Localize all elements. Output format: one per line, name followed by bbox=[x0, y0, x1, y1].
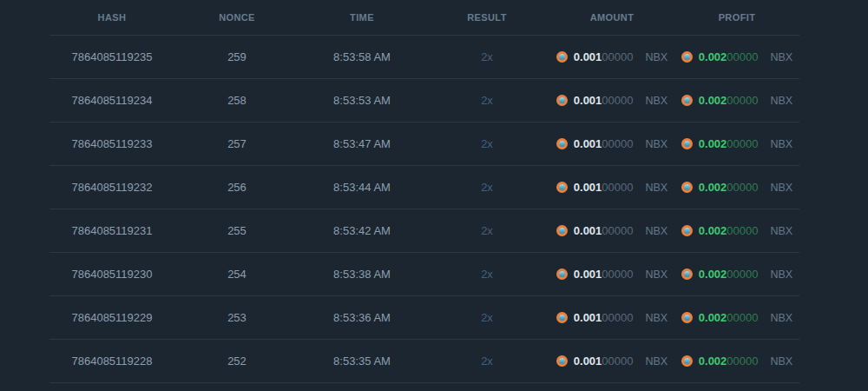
table-row: 7864085119230 254 8:53:38 AM 2x 0.001000… bbox=[49, 253, 799, 296]
amount-currency-label: NBX bbox=[646, 95, 668, 107]
hash-cell: 7864085119232 bbox=[49, 181, 174, 194]
profit-currency-label: NBX bbox=[771, 138, 793, 150]
nbx-coin-icon bbox=[681, 95, 693, 106]
amount-cell: 0.00100000 NBX bbox=[549, 94, 674, 107]
nonce-cell: 253 bbox=[174, 311, 299, 324]
result-cell: 2x bbox=[424, 94, 549, 107]
nbx-coin-icon bbox=[681, 51, 693, 63]
amount-value: 0.00100000 bbox=[574, 137, 634, 150]
amount-currency-label: NBX bbox=[646, 312, 668, 324]
profit-currency-label: NBX bbox=[771, 182, 793, 194]
nonce-cell: 252 bbox=[174, 355, 299, 368]
column-header-profit: PROFIT bbox=[674, 12, 799, 23]
profit-value: 0.00200000 bbox=[699, 311, 759, 324]
time-cell: 8:53:44 AM bbox=[299, 181, 424, 194]
nonce-cell: 259 bbox=[174, 50, 299, 63]
result-cell: 2x bbox=[424, 137, 549, 150]
nonce-cell: 256 bbox=[174, 181, 299, 194]
nonce-cell: 257 bbox=[174, 137, 299, 150]
result-cell: 2x bbox=[424, 181, 549, 194]
amount-currency-label: NBX bbox=[646, 182, 668, 194]
profit-currency-label: NBX bbox=[771, 268, 793, 281]
table-row: 7864085119229 253 8:53:36 AM 2x 0.001000… bbox=[49, 296, 799, 340]
profit-cell: 0.00200000 NBX bbox=[674, 311, 799, 324]
nbx-coin-icon bbox=[556, 268, 568, 280]
profit-value: 0.00200000 bbox=[699, 137, 759, 150]
amount-currency-label: NBX bbox=[646, 355, 668, 368]
nbx-coin-icon bbox=[556, 355, 568, 367]
profit-cell: 0.00200000 NBX bbox=[674, 137, 799, 150]
hash-cell: 7864085119230 bbox=[49, 268, 174, 281]
table-body: 7864085119235 259 8:53:58 AM 2x 0.001000… bbox=[49, 36, 799, 383]
amount-currency-label: NBX bbox=[646, 138, 668, 150]
hash-cell: 7864085119231 bbox=[49, 224, 174, 237]
profit-cell: 0.00200000 NBX bbox=[674, 355, 799, 368]
amount-cell: 0.00100000 NBX bbox=[549, 137, 674, 150]
profit-value: 0.00200000 bbox=[699, 50, 759, 63]
nonce-cell: 258 bbox=[174, 94, 299, 107]
profit-cell: 0.00200000 NBX bbox=[674, 224, 799, 237]
profit-value: 0.00200000 bbox=[699, 355, 759, 368]
amount-currency-label: NBX bbox=[646, 268, 668, 281]
nbx-coin-icon bbox=[681, 268, 693, 280]
profit-currency-label: NBX bbox=[771, 225, 793, 237]
nbx-coin-icon bbox=[681, 182, 693, 193]
amount-value: 0.00100000 bbox=[574, 224, 634, 237]
profit-value: 0.00200000 bbox=[699, 224, 759, 237]
column-header-hash: HASH bbox=[49, 12, 174, 23]
amount-value: 0.00100000 bbox=[574, 94, 634, 107]
profit-cell: 0.00200000 NBX bbox=[674, 94, 799, 107]
table-row: 7864085119235 259 8:53:58 AM 2x 0.001000… bbox=[49, 36, 799, 79]
nbx-coin-icon bbox=[556, 51, 568, 63]
column-header-time: TIME bbox=[299, 12, 424, 23]
nonce-cell: 255 bbox=[174, 224, 299, 237]
amount-cell: 0.00100000 NBX bbox=[549, 181, 674, 194]
nbx-coin-icon bbox=[556, 312, 568, 323]
profit-value: 0.00200000 bbox=[699, 268, 759, 281]
column-header-amount: AMOUNT bbox=[549, 12, 674, 23]
amount-value: 0.00100000 bbox=[574, 268, 634, 281]
time-cell: 8:53:58 AM bbox=[299, 50, 424, 63]
hash-cell: 7864085119234 bbox=[49, 94, 174, 107]
profit-currency-label: NBX bbox=[771, 95, 793, 107]
amount-value: 0.00100000 bbox=[574, 355, 634, 368]
time-cell: 8:53:53 AM bbox=[299, 94, 424, 107]
profit-currency-label: NBX bbox=[771, 51, 793, 63]
nbx-coin-icon bbox=[681, 225, 693, 236]
table-row: 7864085119231 255 8:53:42 AM 2x 0.001000… bbox=[49, 209, 799, 253]
time-cell: 8:53:35 AM bbox=[299, 355, 424, 368]
time-cell: 8:53:38 AM bbox=[299, 268, 424, 281]
amount-cell: 0.00100000 NBX bbox=[549, 311, 674, 324]
amount-cell: 0.00100000 NBX bbox=[549, 355, 674, 368]
nonce-cell: 254 bbox=[174, 268, 299, 281]
nbx-coin-icon bbox=[556, 95, 568, 106]
amount-currency-label: NBX bbox=[646, 51, 668, 63]
hash-cell: 7864085119228 bbox=[49, 355, 174, 368]
amount-cell: 0.00100000 NBX bbox=[549, 50, 674, 63]
column-header-result: RESULT bbox=[424, 12, 549, 23]
result-cell: 2x bbox=[424, 311, 549, 324]
result-cell: 2x bbox=[424, 355, 549, 368]
profit-cell: 0.00200000 NBX bbox=[674, 181, 799, 194]
profit-currency-label: NBX bbox=[771, 312, 793, 324]
table-row: 7864085119234 258 8:53:53 AM 2x 0.001000… bbox=[49, 79, 799, 123]
nbx-coin-icon bbox=[681, 312, 693, 323]
nbx-coin-icon bbox=[681, 138, 693, 149]
amount-cell: 0.00100000 NBX bbox=[549, 224, 674, 237]
column-header-nonce: NONCE bbox=[174, 12, 299, 23]
profit-currency-label: NBX bbox=[771, 355, 793, 368]
amount-cell: 0.00100000 NBX bbox=[549, 268, 674, 281]
time-cell: 8:53:47 AM bbox=[299, 137, 424, 150]
profit-value: 0.00200000 bbox=[699, 181, 759, 194]
amount-value: 0.00100000 bbox=[574, 181, 634, 194]
nbx-coin-icon bbox=[556, 138, 568, 149]
table-header-row: HASHNONCETIMERESULTAMOUNTPROFIT bbox=[49, 0, 799, 36]
result-cell: 2x bbox=[424, 268, 549, 281]
bet-history-table: HASHNONCETIMERESULTAMOUNTPROFIT 78640851… bbox=[49, 0, 799, 383]
table-row: 7864085119228 252 8:53:35 AM 2x 0.001000… bbox=[49, 340, 799, 383]
profit-value: 0.00200000 bbox=[699, 94, 759, 107]
hash-cell: 7864085119235 bbox=[49, 50, 174, 63]
nbx-coin-icon bbox=[681, 355, 693, 367]
table-row: 7864085119232 256 8:53:44 AM 2x 0.001000… bbox=[49, 166, 799, 209]
amount-value: 0.00100000 bbox=[574, 311, 634, 324]
